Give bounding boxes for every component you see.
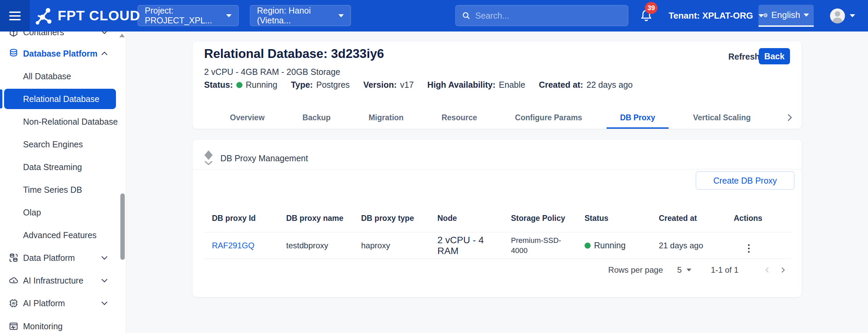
sidebar-scrollbar-up-arrow[interactable]: [119, 34, 125, 37]
sidebar-item-monitoring[interactable]: Monitoring: [0, 317, 126, 333]
db-proxy-table: DB proxy Id DB proxy name DB proxy type …: [203, 205, 791, 259]
chevron-down-icon: [101, 255, 108, 260]
layers-diamond-icon: [203, 150, 214, 167]
chevron-down-icon: [804, 14, 809, 17]
sidebar-item-ai-platform[interactable]: AI AI Platform: [0, 294, 126, 313]
meta-high-availability: High Availability: Enable: [427, 80, 525, 90]
brand-text: FPT CLOUD: [58, 8, 140, 24]
cell-actions: [725, 238, 791, 253]
tabs-scroll-right-icon[interactable]: [786, 113, 793, 123]
notification-badge: 39: [645, 2, 657, 14]
back-button[interactable]: Back: [759, 48, 790, 64]
chevron-down-icon: [687, 269, 691, 271]
meta-version: Version: v17: [363, 80, 414, 90]
ai-infrastructure-icon: [8, 275, 19, 286]
chevron-down-icon: [101, 278, 108, 283]
col-status: Status: [576, 214, 650, 223]
status-dot-green: [585, 243, 591, 249]
region-selector[interactable]: Region: Hanoi (Vietna...: [250, 5, 351, 26]
data-platform-icon: [8, 252, 19, 263]
table-row: RAF291GQ testdbproxy haproxy 2 vCPU - 4 …: [203, 232, 791, 259]
sidebar-item-ai-infrastructure[interactable]: AI Infrastructure: [0, 271, 126, 290]
project-selector[interactable]: Project: PROJECT_XPL...: [138, 5, 239, 26]
db-proxy-panel: DB Proxy Management Create DB Proxy DB p…: [193, 140, 802, 297]
sidebar-item-non-relational-database[interactable]: Non-Relational Database: [0, 112, 126, 131]
global-search: [455, 5, 628, 26]
panel-header: DB Proxy Management: [203, 150, 308, 167]
col-created-at: Created at: [650, 214, 725, 223]
status-dot-green: [236, 82, 242, 88]
sidebar: Containers Database Platform All Databas…: [0, 0, 126, 333]
col-storage-policy: Storage Policy: [502, 214, 576, 223]
meta-created-at: Created at: 22 days ago: [539, 80, 633, 90]
chevron-down-icon: [226, 14, 232, 17]
cell-storage-policy: Premium-SSD-4000: [502, 235, 576, 255]
monitoring-icon: [8, 321, 19, 332]
col-node: Node: [429, 214, 502, 223]
meta-status: Status: Running: [204, 80, 277, 90]
database-header-card: Relational Database: 3d233iy6 Refresh Ba…: [193, 41, 802, 129]
database-icon: [8, 48, 19, 59]
panel-divider: [193, 169, 802, 169]
panel-title: DB Proxy Management: [220, 153, 308, 163]
cell-proxy-name: testdbproxy: [278, 241, 353, 250]
sidebar-item-database-platform[interactable]: Database Platform: [0, 44, 126, 63]
user-menu[interactable]: [830, 0, 855, 32]
col-db-proxy-name: DB proxy name: [278, 214, 353, 223]
sidebar-item-all-database[interactable]: All Database: [0, 67, 126, 86]
tab-migration[interactable]: Migration: [355, 108, 417, 129]
sidebar-item-olap[interactable]: Olap: [0, 203, 126, 222]
cell-created-at: 21 days ago: [650, 241, 725, 250]
sidebar-item-time-series-db[interactable]: Time Series DB: [0, 180, 126, 199]
notifications-button[interactable]: 39: [637, 0, 661, 32]
globe-icon: [763, 10, 768, 20]
col-actions: Actions: [725, 214, 791, 223]
tab-resource[interactable]: Resource: [428, 108, 491, 129]
main-content: Relational Database: 3d233iy6 Refresh Ba…: [126, 32, 868, 333]
create-db-proxy-button[interactable]: Create DB Proxy: [696, 171, 794, 190]
language-selector[interactable]: English: [758, 5, 814, 27]
tab-vertical-scaling[interactable]: Vertical Scaling: [679, 108, 764, 129]
page-title: Relational Database: 3d233iy6: [204, 47, 384, 61]
tab-configure-params[interactable]: Configure Params: [501, 108, 596, 129]
svg-text:AI: AI: [12, 301, 15, 305]
rows-per-page-label: Rows per page: [608, 265, 663, 275]
chevron-down-icon: [850, 14, 855, 17]
sidebar-item-data-streaming[interactable]: Data Streaming: [0, 158, 126, 176]
detail-tabs: Overview Backup Migration Resource Confi…: [216, 108, 764, 129]
cell-node: 2 vCPU - 4 RAM: [429, 235, 502, 256]
chevron-up-icon: [101, 51, 108, 56]
brand-logo[interactable]: FPT CLOUD: [35, 0, 140, 32]
sidebar-item-relational-database[interactable]: Relational Database: [0, 89, 126, 108]
rows-per-page-select[interactable]: 5: [677, 265, 691, 275]
pagination-range: 1-1 of 1: [711, 265, 738, 275]
sidebar-item-data-platform[interactable]: Data Platform: [0, 248, 126, 267]
previous-page-icon[interactable]: [760, 266, 775, 274]
search-input[interactable]: [475, 11, 622, 21]
hamburger-menu-icon[interactable]: [0, 0, 30, 32]
tab-db-proxy[interactable]: DB Proxy: [607, 108, 669, 129]
tab-backup[interactable]: Backup: [289, 108, 344, 129]
tab-overview[interactable]: Overview: [216, 108, 278, 129]
pagination-bar: Rows per page 5 1-1 of 1: [608, 262, 791, 278]
kebab-menu-icon[interactable]: [734, 244, 750, 253]
cell-proxy-type: haproxy: [353, 241, 429, 250]
cell-status: Running: [576, 241, 650, 250]
ai-platform-icon: AI: [8, 298, 19, 309]
fpt-cloud-logo-icon: [35, 6, 54, 26]
meta-type: Type: Postgres: [291, 80, 350, 90]
cell-proxy-id-link[interactable]: RAF291GQ: [203, 241, 278, 250]
sidebar-item-advanced-features[interactable]: Advanced Features: [0, 226, 126, 245]
col-db-proxy-type: DB proxy type: [353, 214, 429, 223]
avatar: [830, 8, 845, 23]
sidebar-scrollbar-thumb[interactable]: [120, 193, 125, 260]
next-page-icon[interactable]: [775, 266, 791, 274]
table-header-row: DB proxy Id DB proxy name DB proxy type …: [203, 205, 791, 232]
sidebar-item-search-engines[interactable]: Search Engines: [0, 135, 126, 154]
chevron-down-icon: [101, 301, 108, 306]
tenant-selector[interactable]: Tenant: XPLAT-ORG: [669, 0, 764, 32]
search-icon: [462, 11, 471, 20]
database-meta-row: Status: Running Type: Postgres Version: …: [204, 80, 633, 90]
refresh-button[interactable]: Refresh: [728, 52, 760, 62]
topbar: FPT CLOUD Project: PROJECT_XPL... Region…: [0, 0, 868, 32]
